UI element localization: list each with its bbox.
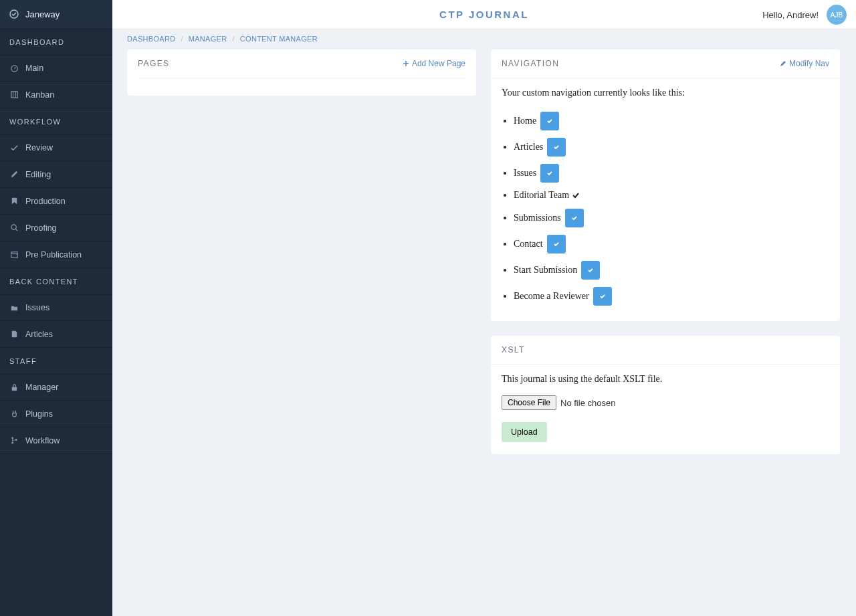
list-item: Editorial Team [514, 186, 829, 205]
nav-item-check-button[interactable] [547, 235, 566, 253]
list-item: Issues [514, 160, 829, 186]
pencil-icon [9, 170, 19, 179]
topbar: CTP JOURNAL Hello, Andrew! AJB [112, 0, 856, 29]
nav-item-check-button[interactable] [565, 209, 584, 227]
bookmark-icon [9, 197, 19, 205]
xslt-panel: XSLT This journal is using the default X… [491, 336, 840, 454]
svg-rect-5 [11, 387, 16, 391]
pages-panel-title: PAGES [138, 59, 169, 68]
nav-item-check-button[interactable] [540, 164, 559, 183]
sidebar-item-label: Articles [25, 330, 53, 339]
sidebar-item-proofing[interactable]: Proofing [0, 215, 112, 241]
breadcrumb-link[interactable]: MANAGER [189, 35, 227, 43]
sidebar-item-production[interactable]: Production [0, 188, 112, 215]
plus-icon [403, 60, 409, 67]
upload-button[interactable]: Upload [502, 422, 547, 442]
navigation-panel: NAVIGATION Modify Nav Your custom naviga… [491, 49, 840, 321]
sidebar-item-label: Proofing [25, 223, 57, 233]
add-new-page-button[interactable]: Add New Page [403, 59, 465, 68]
list-item: Home [514, 108, 829, 134]
search-icon [9, 223, 19, 232]
sidebar-brand[interactable]: Janeway [0, 0, 112, 29]
file-icon [9, 330, 19, 338]
sidebar-item-label: Plugins [25, 409, 53, 419]
sidebar-heading: WORKFLOW [0, 108, 112, 134]
no-file-label: No file chosen [560, 398, 615, 408]
check-icon [553, 144, 560, 150]
svg-rect-4 [11, 252, 17, 258]
sidebar-item-label: Review [25, 143, 53, 152]
breadcrumb: DASHBOARD/MANAGER/CONTENT MANAGER [127, 29, 841, 49]
choose-file-button[interactable]: Choose File [502, 395, 556, 410]
nav-item-label: Articles [514, 142, 543, 152]
kanban-icon [9, 90, 19, 99]
sidebar-item-plugins[interactable]: Plugins [0, 401, 112, 427]
sidebar-item-editing[interactable]: Editing [0, 161, 112, 188]
modify-nav-label: Modify Nav [789, 59, 829, 68]
sidebar-item-label: Pre Publication [25, 250, 82, 260]
add-new-page-label: Add New Page [412, 59, 465, 68]
plug-icon [9, 409, 19, 418]
sidebar-item-workflow[interactable]: Workflow [0, 427, 112, 454]
sidebar-item-kanban[interactable]: Kanban [0, 82, 112, 108]
sidebar-heading: DASHBOARD [0, 29, 112, 55]
list-item: Submissions [514, 205, 829, 231]
breadcrumb-link[interactable]: DASHBOARD [127, 35, 175, 43]
janeway-logo-icon [9, 9, 19, 19]
nav-item-label: Home [514, 116, 536, 126]
user-greeting: Hello, Andrew! [762, 10, 819, 20]
nav-intro-text: Your custom navigation currently looks l… [502, 88, 829, 98]
avatar[interactable]: AJB [827, 5, 847, 25]
sidebar-item-articles[interactable]: Articles [0, 321, 112, 348]
list-item: Contact [514, 231, 829, 257]
nav-item-label: Editorial Team [514, 191, 569, 200]
branch-icon [9, 436, 19, 445]
navigation-panel-title: NAVIGATION [502, 59, 559, 68]
nav-item-check-button[interactable] [593, 287, 612, 306]
modify-nav-button[interactable]: Modify Nav [780, 59, 829, 68]
nav-item-label: Submissions [514, 213, 561, 223]
sidebar: Janeway DASHBOARDMainKanbanWORKFLOWRevie… [0, 0, 112, 616]
topbar-right: Hello, Andrew! AJB [762, 0, 847, 29]
nav-item-check-button[interactable] [547, 138, 566, 157]
check-icon [587, 267, 594, 274]
nav-items-list: HomeArticlesIssuesEditorial TeamSubmissi… [502, 108, 829, 309]
nav-item-label: Issues [514, 169, 536, 178]
sidebar-item-manager[interactable]: Manager [0, 374, 112, 401]
list-item: Become a Reviewer [514, 283, 829, 309]
nav-item-label: Contact [514, 239, 543, 249]
sidebar-item-review[interactable]: Review [0, 134, 112, 161]
brand-label: Janeway [25, 9, 60, 19]
xslt-panel-title: XSLT [502, 345, 525, 354]
check-icon [9, 144, 19, 152]
list-item: Start Submission [514, 257, 829, 283]
check-icon [571, 215, 578, 221]
breadcrumb-link[interactable]: CONTENT MANAGER [240, 35, 318, 43]
sidebar-item-label: Production [25, 197, 66, 206]
sidebar-item-label: Issues [25, 303, 49, 312]
sidebar-item-pre-publication[interactable]: Pre Publication [0, 241, 112, 268]
sidebar-item-label: Manager [25, 383, 58, 392]
nav-item-check-button[interactable] [540, 112, 559, 130]
check-icon [572, 191, 580, 199]
sidebar-item-label: Main [25, 64, 43, 73]
sidebar-item-main[interactable]: Main [0, 55, 112, 82]
sidebar-item-label: Kanban [25, 90, 54, 100]
svg-rect-2 [11, 92, 17, 98]
lock-icon [9, 383, 19, 392]
nav-item-check-button[interactable] [581, 261, 600, 280]
sidebar-item-label: Workflow [25, 436, 60, 445]
sidebar-heading: BACK CONTENT [0, 268, 112, 294]
check-icon [546, 118, 553, 124]
nav-item-label: Become a Reviewer [514, 292, 589, 301]
xslt-status-text: This journal is using the default XSLT f… [502, 374, 829, 385]
sidebar-item-issues[interactable]: Issues [0, 294, 112, 321]
pages-panel: PAGES Add New Page [127, 49, 476, 96]
check-icon [599, 293, 606, 300]
pencil-icon [780, 60, 786, 67]
journal-title[interactable]: CTP JOURNAL [439, 9, 529, 20]
list-item: Articles [514, 134, 829, 160]
calendar-icon [9, 250, 19, 259]
check-icon [553, 241, 560, 247]
dashboard-icon [9, 64, 19, 73]
